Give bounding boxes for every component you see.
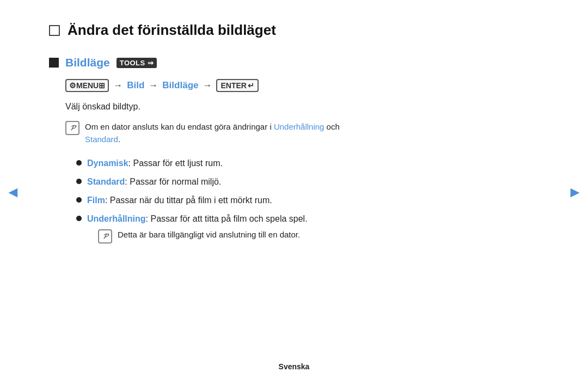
arrow2: →: [149, 80, 158, 91]
page-title-row: Ändra det förinställda bildläget: [49, 22, 539, 39]
menu-path: ⚙ MENU ⊞ → Bild → Bildläge → ENTER ↵: [65, 79, 539, 92]
list-item: Film: Passar när du tittar på film i ett…: [76, 194, 539, 207]
title-checkbox-icon: [49, 25, 60, 36]
enter-arrow-icon: ↵: [248, 81, 254, 90]
menu-bars-icon: ⊞: [99, 81, 105, 90]
bullet-text: : Passar för normal miljö.: [125, 177, 221, 186]
tools-label: TOOLS: [120, 59, 145, 67]
bullet-dot-icon: [76, 160, 82, 166]
arrow3: →: [203, 80, 212, 91]
bullet-dot-icon: [76, 197, 82, 203]
sub-note-icon: 𝓟: [98, 229, 112, 243]
note-text: Om en dator ansluts kan du endast göra ä…: [85, 120, 539, 146]
bullet-list: Dynamisk: Passar för ett ljust rum. Stan…: [76, 157, 539, 243]
menu-icon: ⚙: [69, 81, 76, 90]
sub-note-text: Detta är bara tillgängligt vid anslutnin…: [118, 229, 300, 241]
note-blue2: Standard: [85, 135, 118, 144]
bullet-label: Underhållning: [87, 214, 146, 223]
note-icon: 𝓟: [65, 121, 79, 135]
note-box: 𝓟 Om en dator ansluts kan du endast göra…: [65, 120, 539, 146]
menu-icon-box: ⚙ MENU ⊞: [65, 79, 109, 92]
bullet-item-text: Dynamisk: Passar för ett ljust rum.: [87, 157, 223, 170]
menu-label: MENU: [76, 81, 99, 90]
description-text: Välj önskad bildtyp.: [65, 102, 539, 112]
bullet-item-text: Underhållning: Passar för att titta på f…: [87, 212, 308, 225]
list-item: Standard: Passar för normal miljö.: [76, 175, 539, 188]
section-title: Bildläge: [65, 56, 110, 69]
bullet-label: Standard: [87, 177, 125, 186]
enter-label: ENTER: [220, 81, 246, 90]
tools-arrow-icon: ⇒: [148, 59, 154, 67]
bullet-label: Film: [87, 196, 105, 205]
bullet-dot-icon: [76, 216, 82, 221]
sub-note-box: 𝓟 Detta är bara tillgängligt vid anslutn…: [98, 229, 308, 243]
bullet-item-text: Film: Passar när du tittar på film i ett…: [87, 194, 272, 207]
tools-badge: TOOLS ⇒: [117, 58, 157, 68]
bild-label: Bild: [127, 80, 144, 91]
list-item: Underhållning: Passar för att titta på f…: [76, 212, 539, 243]
arrow1: →: [113, 80, 122, 91]
bullet-item-text: Standard: Passar för normal miljö.: [87, 175, 221, 188]
bullet-text: : Passar när du tittar på film i ett mör…: [105, 196, 272, 205]
bullet-dot-icon: [76, 179, 82, 184]
page-title: Ändra det förinställda bildläget: [68, 22, 276, 39]
footer-language: Svenska: [0, 362, 588, 371]
enter-box: ENTER ↵: [216, 79, 258, 92]
bullet-text: : Passar för att titta på film och spela…: [146, 214, 308, 223]
section-heading: Bildläge TOOLS ⇒: [49, 56, 539, 69]
section-square-icon: [49, 58, 59, 68]
list-item: Dynamisk: Passar för ett ljust rum.: [76, 157, 539, 170]
note-blue1: Underhållning: [274, 122, 324, 131]
bildlage-label: Bildläge: [162, 80, 198, 91]
bullet-label: Dynamisk: [87, 159, 128, 168]
bullet-text: : Passar för ett ljust rum.: [128, 159, 223, 168]
